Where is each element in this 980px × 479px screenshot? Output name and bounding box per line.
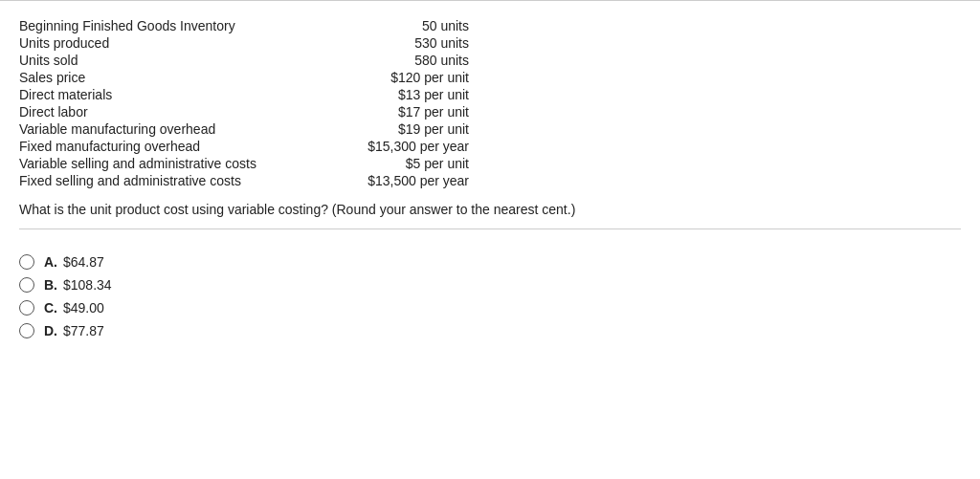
row-label: Variable selling and administrative cost… bbox=[19, 156, 345, 171]
table-row: Variable selling and administrative cost… bbox=[19, 156, 961, 171]
answer-option[interactable]: B.$108.34 bbox=[19, 277, 961, 293]
data-table: Beginning Finished Goods Inventory50 uni… bbox=[19, 18, 961, 188]
row-value: $120 per unit bbox=[345, 70, 469, 85]
radio-button[interactable] bbox=[19, 300, 34, 316]
answer-option[interactable]: C.$49.00 bbox=[19, 300, 961, 316]
radio-button[interactable] bbox=[19, 277, 34, 293]
row-value: $17 per unit bbox=[345, 104, 469, 120]
row-value: 580 units bbox=[345, 53, 469, 68]
table-row: Fixed manufacturing overhead$15,300 per … bbox=[19, 139, 961, 154]
content-area: Beginning Finished Goods Inventory50 uni… bbox=[0, 1, 980, 239]
row-label: Beginning Finished Goods Inventory bbox=[19, 18, 345, 33]
table-row: Units produced530 units bbox=[19, 35, 961, 51]
answer-value: $108.34 bbox=[63, 277, 112, 293]
row-value: $19 per unit bbox=[345, 121, 469, 137]
row-value: 530 units bbox=[345, 35, 469, 51]
row-label: Fixed selling and administrative costs bbox=[19, 173, 345, 188]
table-row: Units sold580 units bbox=[19, 53, 961, 68]
table-row: Beginning Finished Goods Inventory50 uni… bbox=[19, 18, 961, 33]
row-label: Units produced bbox=[19, 35, 345, 51]
row-value: 50 units bbox=[345, 18, 469, 33]
answer-value: $49.00 bbox=[63, 300, 104, 316]
answer-option[interactable]: D.$77.87 bbox=[19, 323, 961, 338]
answer-letter: B. bbox=[44, 277, 57, 293]
answer-letter: A. bbox=[44, 254, 57, 270]
row-label: Units sold bbox=[19, 53, 345, 68]
row-label: Sales price bbox=[19, 70, 345, 85]
answer-letter: C. bbox=[44, 300, 57, 316]
table-row: Direct materials$13 per unit bbox=[19, 87, 961, 102]
row-value: $15,300 per year bbox=[345, 139, 469, 154]
table-row: Variable manufacturing overhead$19 per u… bbox=[19, 121, 961, 137]
answer-option[interactable]: A.$64.87 bbox=[19, 254, 961, 270]
radio-button[interactable] bbox=[19, 254, 34, 270]
radio-button[interactable] bbox=[19, 323, 34, 338]
row-value: $5 per unit bbox=[345, 156, 469, 171]
table-row: Direct labor$17 per unit bbox=[19, 104, 961, 120]
row-label: Direct labor bbox=[19, 104, 345, 120]
table-row: Sales price$120 per unit bbox=[19, 70, 961, 85]
row-label: Fixed manufacturing overhead bbox=[19, 139, 345, 154]
row-value: $13,500 per year bbox=[345, 173, 469, 188]
question-text: What is the unit product cost using vari… bbox=[19, 202, 961, 229]
answer-letter: D. bbox=[44, 323, 57, 338]
row-label: Variable manufacturing overhead bbox=[19, 121, 345, 137]
answer-value: $77.87 bbox=[63, 323, 104, 338]
row-label: Direct materials bbox=[19, 87, 345, 102]
answers-area: A.$64.87B.$108.34C.$49.00D.$77.87 bbox=[0, 239, 980, 356]
answer-value: $64.87 bbox=[63, 254, 104, 270]
table-row: Fixed selling and administrative costs$1… bbox=[19, 173, 961, 188]
row-value: $13 per unit bbox=[345, 87, 469, 102]
